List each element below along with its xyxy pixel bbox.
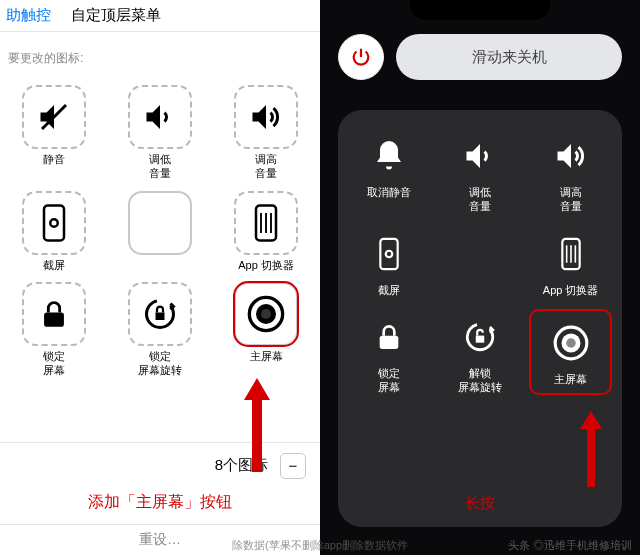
assistive-touch-panel: 取消静音 调低音量 调高音量 截屏: [338, 110, 622, 527]
svg-point-24: [566, 339, 576, 349]
svg-point-14: [386, 250, 393, 257]
grid-label: 调高音量: [255, 153, 277, 181]
app-switcher-icon: [251, 203, 281, 243]
home-button-icon: [552, 324, 590, 362]
screenshot-icon: [376, 236, 402, 272]
grid-label: 截屏: [43, 259, 65, 273]
annotation-text-left: 添加「主屏幕」按钮: [0, 492, 320, 513]
at-label: 调高音量: [560, 186, 582, 214]
at-item-vol-up[interactable]: 调高音量: [529, 128, 612, 214]
lock-icon: [373, 321, 405, 353]
at-item-empty[interactable]: [439, 226, 522, 298]
back-button[interactable]: 助触控: [0, 6, 57, 25]
at-item-vol-down[interactable]: 调低音量: [439, 128, 522, 214]
page-title: 自定顶层菜单: [71, 6, 161, 25]
grid-item-vol-up[interactable]: 调高音量: [220, 85, 312, 181]
section-subtitle: 要更改的图标:: [0, 32, 320, 75]
right-panel: 滑动来关机 取消静音 调低音量 调高音量 截屏: [320, 0, 640, 555]
grid-item-lock[interactable]: 锁定屏幕: [8, 282, 100, 378]
grid-item-home[interactable]: 主屏幕: [220, 282, 312, 378]
svg-rect-9: [156, 313, 165, 321]
watermark-right: 头条 ◎迅维手机维修培训: [508, 538, 632, 553]
power-off-slider-row: 滑动来关机: [338, 30, 622, 84]
at-item-app-switcher[interactable]: App 切换器: [529, 226, 612, 298]
annotation-text-right: 长按: [338, 494, 622, 513]
volume-down-icon: [462, 138, 498, 174]
at-label: 截屏: [378, 284, 400, 298]
grid-label: 主屏幕: [250, 350, 283, 364]
svg-rect-19: [380, 336, 399, 349]
svg-rect-21: [476, 336, 485, 343]
grid-item-app-switcher[interactable]: App 切换器: [220, 191, 312, 273]
at-label: 取消静音: [367, 186, 411, 200]
decrease-button[interactable]: −: [280, 453, 306, 479]
at-label: 解锁屏幕旋转: [458, 367, 502, 395]
grid-item-screenshot[interactable]: 截屏: [8, 191, 100, 273]
grid-label: 锁定屏幕: [43, 350, 65, 378]
volume-up-icon: [553, 138, 589, 174]
svg-rect-7: [44, 313, 64, 327]
at-item-home[interactable]: 主屏幕: [529, 309, 612, 395]
icon-grid-left: 静音 调低音量 调高音量 截屏: [0, 75, 320, 382]
at-item-lock[interactable]: 锁定屏幕: [348, 309, 431, 395]
grid-label: 调低音量: [149, 153, 171, 181]
volume-up-icon: [248, 99, 284, 135]
at-item-unmute[interactable]: 取消静音: [348, 128, 431, 214]
rotation-unlock-icon: [463, 320, 497, 354]
svg-point-2: [50, 219, 58, 227]
grid-item-empty[interactable]: [114, 191, 206, 273]
annotation-arrow-left: [244, 378, 270, 472]
grid-item-mute[interactable]: 静音: [8, 85, 100, 181]
grid-item-vol-down[interactable]: 调低音量: [114, 85, 206, 181]
at-item-rotation-unlock[interactable]: 解锁屏幕旋转: [439, 309, 522, 395]
lock-icon: [37, 297, 71, 331]
device-notch: [410, 0, 550, 20]
grid-label: 锁定屏幕旋转: [138, 350, 182, 378]
app-switcher-icon: [558, 236, 584, 272]
annotation-arrow-right: [580, 411, 602, 487]
rotation-lock-icon: [142, 296, 178, 332]
svg-rect-13: [381, 238, 398, 268]
at-label: 主屏幕: [554, 373, 587, 387]
svg-point-12: [261, 309, 271, 319]
home-button-icon: [246, 294, 286, 334]
mute-icon: [36, 99, 72, 135]
at-label: 锁定屏幕: [378, 367, 400, 395]
left-header: 助触控 自定顶层菜单: [0, 0, 320, 32]
power-icon[interactable]: [338, 34, 384, 80]
slide-to-power-off[interactable]: 滑动来关机: [396, 34, 622, 80]
grid-label: 静音: [43, 153, 65, 167]
grid-item-rotation-lock[interactable]: 锁定屏幕旋转: [114, 282, 206, 378]
screenshot-icon: [39, 203, 69, 243]
volume-down-icon: [142, 99, 178, 135]
at-item-screenshot[interactable]: 截屏: [348, 226, 431, 298]
bell-icon: [371, 138, 407, 174]
icon-count-row: 8个图标 −: [0, 442, 320, 489]
grid-label: App 切换器: [238, 259, 294, 273]
at-label: 调低音量: [469, 186, 491, 214]
svg-rect-1: [44, 205, 64, 240]
at-label: App 切换器: [543, 284, 599, 298]
left-panel: 助触控 自定顶层菜单 要更改的图标: 静音 调低音量 调高音量: [0, 0, 320, 555]
